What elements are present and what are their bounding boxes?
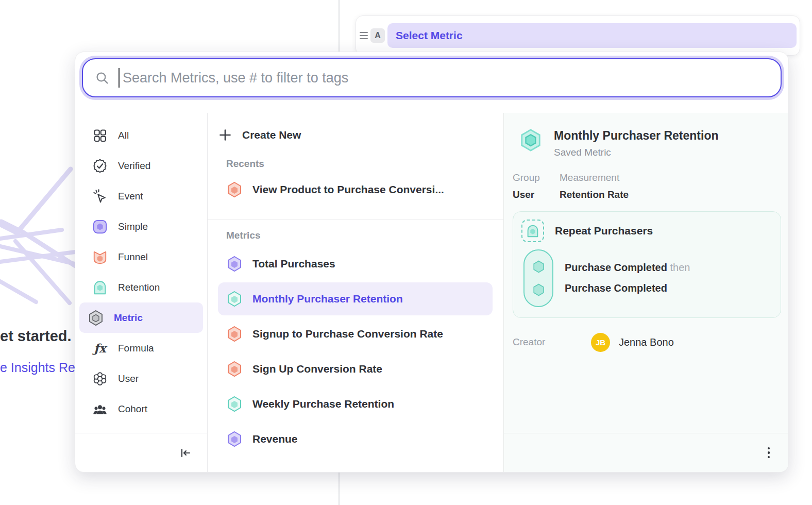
details-header: Monthly Purchaser Retention Saved Metric xyxy=(519,128,781,158)
sidebar-item-label: Cohort xyxy=(118,403,147,415)
funnel-metric-icon xyxy=(226,361,243,377)
measurement-label: Measurement xyxy=(560,172,629,183)
event-sequence-capsule xyxy=(523,249,553,307)
create-new-label: Create New xyxy=(242,129,301,141)
series-a-badge[interactable]: A xyxy=(370,28,385,43)
metric-row-weekly-purchase-retention[interactable]: Weekly Purchase Retention xyxy=(218,388,493,420)
sidebar-item-funnel[interactable]: Funnel xyxy=(79,242,203,272)
definition-name: Repeat Purchasers xyxy=(555,225,653,237)
metric-hexagon-icon xyxy=(88,310,104,326)
select-metric-label: Select Metric xyxy=(396,29,463,42)
background-heading-fragment: et started. xyxy=(0,328,72,345)
metric-row-total-purchases[interactable]: Total Purchases xyxy=(218,247,493,280)
metric-row-label: Monthly Purchaser Retention xyxy=(252,293,403,305)
funnel-metric-icon xyxy=(226,326,243,342)
background-link-fragment[interactable]: e Insights Re xyxy=(0,360,75,375)
sidebar-item-label: Simple xyxy=(118,221,148,232)
metric-row-label: Revenue xyxy=(252,433,298,445)
search-icon xyxy=(95,71,109,85)
sidebar-item-retention[interactable]: Retention xyxy=(79,272,203,302)
recents-section-label: Recents xyxy=(226,158,493,170)
metric-hexagon-icon xyxy=(226,256,243,272)
drag-handle-icon[interactable] xyxy=(360,32,368,39)
metric-hexagon-icon xyxy=(226,431,243,447)
select-metric-button[interactable]: Select Metric xyxy=(387,23,797,48)
more-options-icon[interactable] xyxy=(768,447,770,459)
cohort-icon xyxy=(92,401,108,417)
funnel-icon xyxy=(92,249,108,265)
recent-metric-row[interactable]: View Product to Purchase Conversi... xyxy=(218,172,493,208)
sidebar-item-event[interactable]: Event xyxy=(79,181,203,211)
user-cluster-icon xyxy=(92,371,108,387)
metric-list-panel: Create New Recents View Product to Purch… xyxy=(208,113,503,472)
sidebar-item-label: Verified xyxy=(118,160,150,172)
funnel-metric-icon xyxy=(226,181,243,198)
event-hexagon-icon xyxy=(532,283,546,297)
details-meta: Group User Measurement Retention Rate xyxy=(513,172,781,200)
sidebar-item-label: Metric xyxy=(114,312,143,324)
cohort-definition-icon xyxy=(521,220,544,242)
search-input[interactable] xyxy=(122,70,768,87)
creator-name: Jenna Bono xyxy=(619,336,674,348)
metric-slot-bar: A Select Metric xyxy=(356,15,800,56)
measurement-value: Retention Rate xyxy=(560,189,629,200)
sidebar-item-user[interactable]: User xyxy=(79,363,203,394)
creator-avatar: JB xyxy=(591,333,610,352)
metric-row-revenue[interactable]: Revenue xyxy=(218,423,493,456)
metric-row-label: Sign Up Conversion Rate xyxy=(252,363,382,375)
list-divider xyxy=(208,219,503,220)
sidebar-item-label: Formula xyxy=(118,343,154,354)
simple-metric-icon xyxy=(92,218,108,235)
sidebar-item-label: Event xyxy=(118,191,143,202)
metric-row-signup-to-purchase[interactable]: Signup to Purchase Conversion Rate xyxy=(218,317,493,350)
step-1-event: Purchase Completed xyxy=(565,262,667,273)
retention-metric-icon xyxy=(226,291,243,307)
metric-row-label: Weekly Purchase Retention xyxy=(252,398,394,410)
sidebar-item-label: All xyxy=(118,130,129,141)
plus-icon xyxy=(218,128,232,142)
filter-sidebar: All Verified Event xyxy=(75,113,208,472)
sidebar-footer xyxy=(75,433,207,472)
metric-row-label: Total Purchases xyxy=(252,258,335,270)
verified-badge-icon xyxy=(92,158,108,174)
create-new-button[interactable]: Create New xyxy=(210,122,493,148)
group-value: User xyxy=(513,189,560,200)
definition-card: Repeat Purchasers Purchase Completed the… xyxy=(513,211,781,318)
event-hexagon-icon xyxy=(532,260,546,274)
step-connector: then xyxy=(670,262,690,273)
retention-metric-icon xyxy=(226,396,243,412)
sidebar-item-cohort[interactable]: Cohort xyxy=(79,394,203,424)
saved-metric-icon xyxy=(519,128,543,152)
retention-icon xyxy=(92,279,108,296)
metric-row-monthly-purchaser-retention[interactable]: Monthly Purchaser Retention xyxy=(218,282,493,315)
metric-row-label: Signup to Purchase Conversion Rate xyxy=(252,328,443,340)
creator-label: Creator xyxy=(513,336,591,348)
step-2-event: Purchase Completed xyxy=(565,282,667,294)
metric-row-sign-up-conversion[interactable]: Sign Up Conversion Rate xyxy=(218,352,493,385)
metric-details-panel: Monthly Purchaser Retention Saved Metric… xyxy=(503,113,788,472)
details-subtitle: Saved Metric xyxy=(554,147,718,158)
recent-metric-label: View Product to Purchase Conversi... xyxy=(252,183,444,196)
sidebar-item-verified[interactable]: Verified xyxy=(79,150,203,181)
sidebar-item-label: Retention xyxy=(118,282,160,293)
sidebar-item-simple[interactable]: Simple xyxy=(79,211,203,242)
event-cursor-icon xyxy=(92,188,108,205)
metrics-section-label: Metrics xyxy=(226,230,493,241)
metric-picker-modal: All Verified Event xyxy=(75,52,789,473)
sidebar-item-label: User xyxy=(118,373,139,384)
creator-row: Creator JB Jenna Bono xyxy=(513,333,781,352)
sidebar-item-metric[interactable]: Metric xyxy=(79,302,203,333)
sidebar-item-formula[interactable]: ƒx Formula xyxy=(79,333,203,363)
grid-icon xyxy=(92,127,108,144)
search-field[interactable] xyxy=(82,58,782,97)
sidebar-item-all[interactable]: All xyxy=(79,120,203,150)
collapse-sidebar-icon[interactable] xyxy=(179,447,192,459)
sidebar-item-label: Funnel xyxy=(118,251,148,263)
group-label: Group xyxy=(513,172,560,183)
formula-icon: ƒx xyxy=(92,340,108,357)
text-cursor xyxy=(119,68,120,88)
details-title: Monthly Purchaser Retention xyxy=(554,128,718,143)
details-footer xyxy=(504,433,788,472)
